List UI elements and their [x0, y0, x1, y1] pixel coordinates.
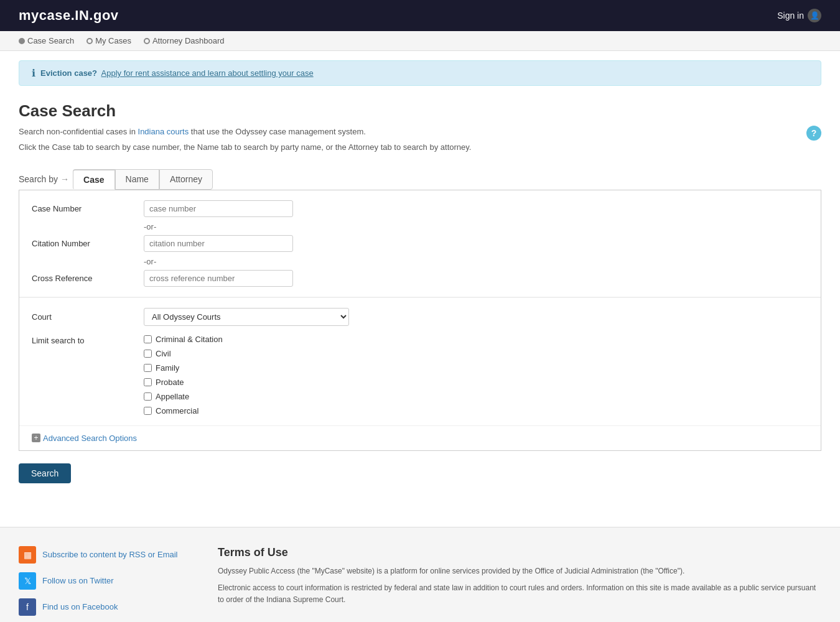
- alert-text-prefix: Eviction case?: [40, 68, 97, 78]
- tab-name[interactable]: Name: [115, 169, 159, 190]
- terms-of-use: Terms of Use Odyssey Public Access (the …: [218, 546, 821, 616]
- checkbox-commercial[interactable]: Commercial: [144, 406, 223, 415]
- cross-reference-label: Cross Reference: [32, 274, 144, 283]
- case-number-input[interactable]: [144, 200, 293, 217]
- advanced-search-row: + Advanced Search Options: [19, 425, 821, 450]
- page-desc-2: Click the Case tab to search by case num…: [19, 141, 471, 154]
- checkbox-probate[interactable]: Probate: [144, 378, 223, 387]
- footer-facebook-link[interactable]: f Find us on Facebook: [19, 598, 180, 616]
- checkbox-probate-input[interactable]: [144, 378, 152, 386]
- search-button[interactable]: Search: [19, 463, 71, 483]
- search-by-text: Search by: [19, 174, 58, 184]
- help-icon[interactable]: ?: [806, 126, 821, 141]
- citation-number-row: Citation Number: [32, 235, 808, 252]
- nav-radio-attorney: [144, 38, 150, 44]
- search-by-arrow: →: [60, 174, 69, 184]
- nav-case-search[interactable]: Case Search: [19, 36, 74, 45]
- case-number-row: Case Number: [32, 200, 808, 217]
- tab-attorney[interactable]: Attorney: [159, 169, 213, 190]
- footer: ▦ Subscribe to content by RSS or Email 𝕏…: [0, 527, 840, 622]
- user-icon: 👤: [808, 9, 821, 22]
- advanced-plus-icon: +: [32, 434, 40, 442]
- checkbox-civil-input[interactable]: [144, 350, 152, 358]
- nav-my-cases[interactable]: My Cases: [86, 36, 131, 45]
- checkbox-criminal-label: Criminal & Citation: [156, 335, 223, 344]
- page-desc-1: Search non-confidential cases in Indiana…: [19, 126, 471, 139]
- nav-bar: Case Search My Cases Attorney Dashboard: [0, 31, 840, 51]
- citation-number-label: Citation Number: [32, 239, 144, 248]
- checkbox-commercial-label: Commercial: [156, 406, 198, 415]
- tab-case[interactable]: Case: [73, 169, 114, 190]
- checkboxes: Criminal & Citation Civil Family Probate: [144, 335, 223, 415]
- rss-icon: ▦: [19, 546, 36, 564]
- checkbox-family[interactable]: Family: [144, 363, 223, 373]
- nav-case-search-label: Case Search: [27, 36, 74, 45]
- nav-my-cases-label: My Cases: [95, 36, 131, 45]
- or-separator-2: -or-: [144, 257, 808, 266]
- search-by-label: Search by →: [19, 174, 69, 184]
- info-icon: ℹ: [32, 67, 35, 79]
- court-label: Court: [32, 312, 144, 322]
- advanced-search-link[interactable]: + Advanced Search Options: [32, 434, 808, 443]
- desc1-suffix: that use the Odyssey case management sys…: [191, 127, 366, 136]
- checkbox-criminal[interactable]: Criminal & Citation: [144, 335, 223, 344]
- court-section: Court All Odyssey Courts Allen County Ma…: [19, 297, 821, 425]
- alert-link[interactable]: Apply for rent assistance and learn abou…: [101, 68, 314, 78]
- search-tabs-container: Search by → Case Name Attorney: [19, 169, 821, 190]
- sign-in-label: Sign in: [777, 11, 804, 21]
- site-title: mycase.IN.gov: [19, 7, 119, 24]
- page-desc-row: Search non-confidential cases in Indiana…: [19, 126, 821, 157]
- indiana-courts-link[interactable]: Indiana courts: [138, 127, 189, 136]
- checkbox-appellate-label: Appellate: [156, 392, 189, 401]
- terms-title: Terms of Use: [218, 546, 821, 559]
- or-separator-1: -or-: [144, 222, 808, 231]
- footer-twitter-link[interactable]: 𝕏 Follow us on Twitter: [19, 572, 180, 590]
- footer-links: ▦ Subscribe to content by RSS or Email 𝕏…: [19, 546, 180, 616]
- tabs: Case Name Attorney: [73, 169, 213, 190]
- limit-label: Limit search to: [32, 335, 144, 345]
- nav-radio-my-cases: [86, 38, 93, 44]
- checkbox-civil-label: Civil: [156, 349, 171, 358]
- facebook-icon: f: [19, 598, 36, 616]
- terms-text-1: Odyssey Public Access (the "MyCase" webs…: [218, 565, 821, 577]
- alert-text: Eviction case? Apply for rent assistance…: [40, 68, 314, 78]
- main-content: Case Search Search non-confidential case…: [0, 95, 840, 502]
- sign-in-button[interactable]: Sign in 👤: [777, 9, 821, 22]
- cross-reference-input[interactable]: [144, 270, 293, 287]
- twitter-icon: 𝕏: [19, 572, 36, 590]
- identifiers-section: Case Number -or- Citation Number -or- Cr…: [19, 190, 821, 297]
- checkbox-probate-label: Probate: [156, 378, 184, 387]
- twitter-label: Follow us on Twitter: [42, 576, 114, 585]
- nav-radio-case-search: [19, 38, 25, 44]
- checkbox-appellate[interactable]: Appellate: [144, 392, 223, 401]
- limit-row: Limit search to Criminal & Citation Civi…: [32, 335, 808, 415]
- checkbox-criminal-input[interactable]: [144, 335, 152, 343]
- page-descriptions: Search non-confidential cases in Indiana…: [19, 126, 471, 157]
- court-select[interactable]: All Odyssey Courts Allen County Marion C…: [144, 308, 349, 326]
- form-panel: Case Number -or- Citation Number -or- Cr…: [19, 190, 821, 451]
- court-row: Court All Odyssey Courts Allen County Ma…: [32, 308, 808, 326]
- case-number-label: Case Number: [32, 204, 144, 213]
- top-header: mycase.IN.gov Sign in 👤: [0, 0, 840, 31]
- alert-banner: ℹ Eviction case? Apply for rent assistan…: [19, 60, 821, 86]
- page-title: Case Search: [19, 101, 821, 121]
- cross-reference-row: Cross Reference: [32, 270, 808, 287]
- rss-label: Subscribe to content by RSS or Email: [42, 550, 178, 559]
- nav-attorney-dashboard[interactable]: Attorney Dashboard: [144, 36, 225, 45]
- checkbox-family-label: Family: [156, 363, 179, 373]
- citation-number-input[interactable]: [144, 235, 293, 252]
- checkbox-appellate-input[interactable]: [144, 392, 152, 401]
- facebook-label: Find us on Facebook: [42, 602, 118, 611]
- terms-text-2: Electronic access to court information i…: [218, 582, 821, 606]
- checkbox-civil[interactable]: Civil: [144, 349, 223, 358]
- checkbox-commercial-input[interactable]: [144, 407, 152, 415]
- advanced-search-label: Advanced Search Options: [43, 434, 137, 443]
- desc1-text: Search non-confidential cases in: [19, 127, 136, 136]
- checkbox-family-input[interactable]: [144, 364, 152, 372]
- nav-attorney-label: Attorney Dashboard: [152, 36, 225, 45]
- footer-rss-link[interactable]: ▦ Subscribe to content by RSS or Email: [19, 546, 180, 564]
